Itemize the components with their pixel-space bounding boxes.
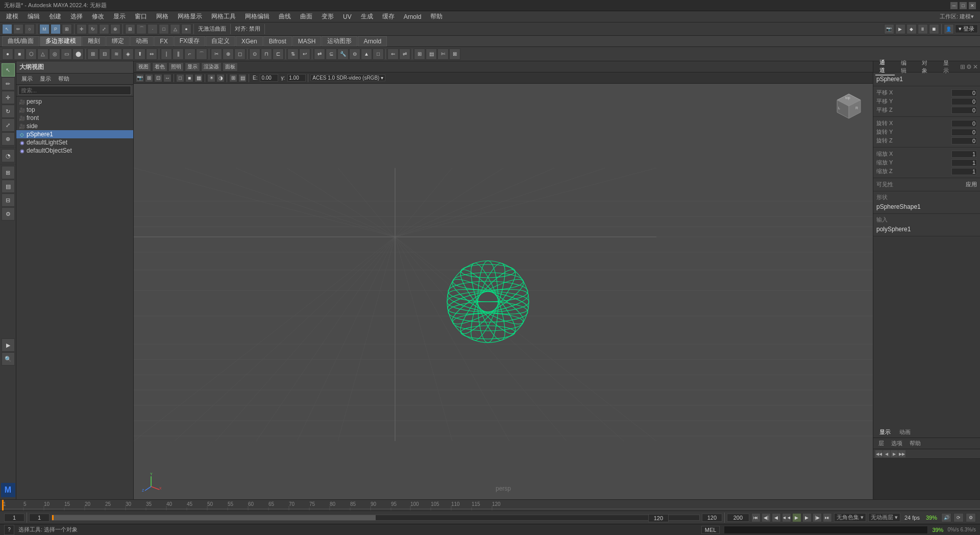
outliner-item-light-set[interactable]: ◉ defaultLightSet <box>16 138 133 147</box>
vp-fit-btn[interactable]: ⊞ <box>145 74 153 82</box>
poly-torus-icon[interactable]: ◎ <box>49 48 60 60</box>
fill-hole-icon[interactable]: ◻ <box>234 48 246 60</box>
vp-sync-btn[interactable]: ↔ <box>163 74 172 82</box>
menu-help[interactable]: 帮助 <box>426 11 447 22</box>
outliner-item-object-set[interactable]: ◉ defaultObjectSet <box>16 147 133 155</box>
mode-icon-2[interactable]: P <box>51 24 61 34</box>
transfer-icon[interactable]: ⇄ <box>314 48 325 60</box>
render-icon[interactable]: ▶ <box>895 24 905 34</box>
tab-motion-graph[interactable]: 运动图形 <box>322 36 357 46</box>
move-tool-icon[interactable]: ✛ <box>77 24 87 34</box>
uv-layout-icon[interactable]: ▤ <box>426 48 437 60</box>
outliner-menu-display[interactable]: 展示 <box>18 75 36 83</box>
flip-icon[interactable]: ⇅ <box>287 48 299 60</box>
rpanel-sub-tab-help[interactable]: 帮助 <box>906 439 924 448</box>
symmetry-icon[interactable]: ⇌ <box>399 48 410 60</box>
camera-icon[interactable]: 📷 <box>884 24 894 34</box>
range-bar[interactable] <box>52 515 700 521</box>
tab-rig[interactable]: 绑定 <box>106 36 130 46</box>
combine-icon[interactable]: ⊞ <box>87 48 99 60</box>
menu-uv[interactable]: UV <box>339 12 356 21</box>
reverse-icon[interactable]: ↩ <box>299 48 310 60</box>
vp-shaded-btn[interactable]: ■ <box>185 74 193 82</box>
move-tool-btn[interactable]: ✛ <box>2 91 15 104</box>
snap-curve-icon[interactable]: ⌒ <box>136 24 146 34</box>
rpanel-close-icon[interactable]: ✕ <box>973 63 978 70</box>
speed-input[interactable] <box>727 514 749 522</box>
attr-input-sz[interactable] <box>951 168 977 175</box>
menu-cache[interactable]: 缓存 <box>378 11 399 22</box>
menu-mesh-tools[interactable]: 网格工具 <box>207 11 240 22</box>
tab-fx[interactable]: FX <box>154 36 173 46</box>
attr-input-rx[interactable] <box>951 120 977 127</box>
rp-prev-key-btn[interactable]: ◀◀ <box>875 450 883 457</box>
attr-input-sx[interactable] <box>951 151 977 158</box>
pause-render-icon[interactable]: ⏸ <box>918 24 928 34</box>
stop-render-icon[interactable]: ⏹ <box>929 24 939 34</box>
paint-select-btn[interactable]: ✏ <box>2 77 15 90</box>
snap-grid-icon[interactable]: ⊞ <box>125 24 135 34</box>
boolean-icon[interactable]: ⊟ <box>99 48 110 60</box>
command-line-input[interactable] <box>724 526 928 534</box>
rpanel-tab-display-bottom[interactable]: 显示 <box>875 428 895 436</box>
play-btn[interactable]: ▶ <box>792 513 801 522</box>
snap-icon[interactable]: ⊞ <box>62 24 72 34</box>
vp-wire-btn[interactable]: □ <box>176 74 184 82</box>
menu-generate[interactable]: 生成 <box>357 11 377 22</box>
insert-edge-icon[interactable]: | <box>161 48 172 60</box>
rotate-tool-icon[interactable]: ↻ <box>88 24 98 34</box>
vp-frame-btn[interactable]: ⊡ <box>154 74 162 82</box>
snap-view-icon[interactable]: □ <box>159 24 169 34</box>
go-end-btn[interactable]: ⏭ <box>823 513 832 522</box>
vp-menu-view[interactable]: 视图 <box>136 62 151 71</box>
reduce-icon[interactable]: ⊖ <box>349 48 360 60</box>
uv-cut-icon[interactable]: ✄ <box>437 48 449 60</box>
vp-menu-renderer[interactable]: 渲染器 <box>201 62 222 71</box>
extrude-icon[interactable]: ⬆ <box>134 48 145 60</box>
poly-plane-icon[interactable]: ▭ <box>61 48 72 60</box>
scale-tool-btn[interactable]: ⤢ <box>2 118 15 132</box>
target-weld-icon[interactable]: ⊙ <box>249 48 260 60</box>
vp-menu-shading[interactable]: 着色 <box>152 62 167 71</box>
audio-btn[interactable]: 🔊 <box>941 513 951 522</box>
vp-exposure-input[interactable] <box>260 74 278 82</box>
lasso-select-icon[interactable]: ○ <box>24 24 35 34</box>
current-frame-input[interactable] <box>4 514 24 522</box>
mirror-icon[interactable]: ⇐ <box>387 48 399 60</box>
tab-bifrost[interactable]: Bifrost <box>263 36 292 46</box>
menu-curve[interactable]: 曲线 <box>275 11 295 22</box>
rp-prev-btn[interactable]: ◀ <box>883 450 890 457</box>
rotate-tool-btn[interactable]: ↻ <box>2 105 15 118</box>
rpanel-settings-icon[interactable]: ⚙ <box>966 63 972 70</box>
multi-cut-icon[interactable]: ✂ <box>211 48 222 60</box>
conform-icon[interactable]: ⊆ <box>326 48 337 60</box>
outliner-item-persp[interactable]: 🎥 persp <box>16 98 133 106</box>
zoom-btn[interactable]: 🔍 <box>2 352 15 366</box>
menu-surface[interactable]: 曲面 <box>296 11 316 22</box>
next-frame-btn[interactable]: ▶ <box>802 513 812 522</box>
snap-live-icon[interactable]: ● <box>181 24 191 34</box>
tab-fx-cache[interactable]: FX缓存 <box>174 36 205 46</box>
poly-disk-icon[interactable]: ⬤ <box>72 48 84 60</box>
vp-texture-btn[interactable]: ▦ <box>194 74 203 82</box>
vp-menu-panels[interactable]: 面板 <box>223 62 238 71</box>
range-start-input[interactable] <box>29 514 50 522</box>
menu-mesh-display[interactable]: 网格显示 <box>174 11 206 22</box>
menu-modify[interactable]: 修改 <box>88 11 108 22</box>
scale-tool-icon[interactable]: ⤢ <box>99 24 109 34</box>
menu-build[interactable]: 建模 <box>2 11 22 22</box>
user-login-area[interactable]: ▾ 登录 <box>955 25 978 33</box>
rpanel-tab-anim[interactable]: 动画 <box>895 428 915 436</box>
menu-display[interactable]: 显示 <box>109 11 130 22</box>
tab-mash[interactable]: MASH <box>292 36 322 46</box>
tab-curve-surface[interactable]: 曲线/曲面 <box>2 36 39 46</box>
uv-unfold-icon[interactable]: ⊞ <box>414 48 425 60</box>
user-icon[interactable]: 👤 <box>944 24 954 34</box>
tab-poly-modeling[interactable]: 多边形建模 <box>40 36 82 46</box>
poly-cone-icon[interactable]: △ <box>37 48 48 60</box>
rp-next-btn[interactable]: ▶ <box>891 450 898 457</box>
smooth-icon[interactable]: ≋ <box>111 48 122 60</box>
poly-sphere-icon[interactable]: ● <box>2 48 13 60</box>
cleanup-icon[interactable]: 🔧 <box>337 48 349 60</box>
connect-icon[interactable]: ⊕ <box>223 48 234 60</box>
